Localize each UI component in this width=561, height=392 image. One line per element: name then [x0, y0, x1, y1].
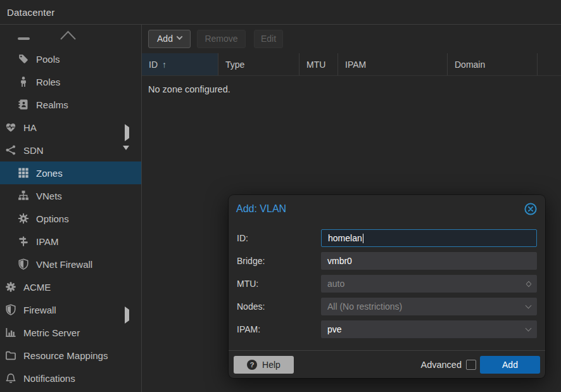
chevron-up-icon — [60, 30, 77, 41]
form-row-mtu: MTU: auto — [237, 275, 537, 293]
sidebar-item-ha[interactable]: HA — [0, 116, 141, 139]
sidebar-item-label: HA — [23, 122, 37, 133]
nodes-select-placeholder: All (No restrictions) — [327, 301, 402, 312]
column-label: IPAM — [345, 60, 366, 70]
add-button-label: Add — [157, 34, 173, 44]
shield-icon — [5, 304, 16, 315]
sidebar-item-label: Roles — [36, 77, 60, 87]
dialog-title: Add: VLAN — [236, 203, 286, 215]
dialog-footer: ? Help Advanced Add — [229, 350, 545, 378]
nodes-field-label: Nodes: — [237, 301, 321, 312]
chevron-right-icon[interactable] — [125, 127, 129, 138]
sidebar-item-label: VNets — [36, 191, 62, 201]
gear-icon — [18, 213, 29, 224]
network-nodes-icon — [5, 144, 16, 156]
sidebar-item-roles[interactable]: Roles — [0, 70, 141, 93]
sidebar-item-vnet-firewall[interactable]: VNet Firewall — [0, 253, 141, 275]
sitemap-icon — [18, 190, 29, 201]
bridge-field[interactable]: vmbr0 — [321, 252, 537, 270]
sidebar-item-label: ACME — [23, 282, 51, 293]
column-label: Domain — [455, 60, 485, 70]
ipam-field-label: IPAM: — [237, 324, 321, 334]
certificate-icon — [5, 281, 16, 293]
sidebar-item-notifications[interactable]: Notifications — [0, 367, 141, 389]
chevron-down-icon[interactable] — [526, 306, 531, 308]
add-button[interactable]: Add — [148, 30, 191, 48]
grid-icon — [18, 167, 29, 179]
remove-button[interactable]: Remove — [197, 30, 246, 48]
sidebar-item-realms[interactable]: Realms — [0, 93, 141, 116]
column-header-mtu[interactable]: MTU — [299, 53, 338, 75]
advanced-checkbox[interactable] — [466, 360, 476, 370]
edit-button-label: Edit — [261, 34, 276, 44]
shield-icon — [18, 258, 29, 270]
chevron-right-icon[interactable] — [125, 310, 129, 320]
sidebar-item-pools[interactable]: Pools — [0, 47, 141, 70]
sidebar-item-options[interactable]: Options — [0, 207, 141, 230]
sidebar-item-label: Realms — [36, 99, 68, 110]
edit-button[interactable]: Edit — [254, 30, 283, 48]
column-header-filler — [538, 53, 561, 75]
sidebar-item-label: Firewall — [23, 305, 56, 315]
close-icon[interactable] — [524, 202, 538, 216]
sidebar-item-ipam[interactable]: IPAM — [0, 230, 141, 253]
sidebar-item-label: IPAM — [36, 236, 59, 247]
sidebar-item-partial[interactable] — [0, 25, 141, 47]
folder-icon — [5, 350, 16, 361]
sidebar-item-label: Options — [36, 213, 69, 224]
address-book-icon — [18, 99, 29, 110]
spinner-stepper[interactable] — [527, 282, 531, 286]
add-vlan-dialog: Add: VLAN ID: homelan Bridge: vmbr0 MTU:… — [229, 195, 545, 378]
id-field-label: ID: — [237, 233, 321, 243]
zones-toolbar: Add Remove Edit — [142, 25, 561, 53]
chevron-down-icon — [177, 34, 183, 40]
ipam-select-value: pve — [327, 324, 342, 334]
mtu-field-placeholder: auto — [327, 279, 344, 289]
page-title: Datacenter — [7, 7, 54, 18]
sidebar-item-label: Metric Server — [23, 327, 80, 338]
dialog-header[interactable]: Add: VLAN — [229, 195, 545, 223]
add-submit-button[interactable]: Add — [480, 356, 540, 374]
mtu-field-label: MTU: — [237, 279, 321, 289]
remove-button-label: Remove — [205, 34, 237, 44]
sidebar: Pools Roles Realms HA SDN — [0, 25, 142, 392]
help-button[interactable]: ? Help — [234, 356, 294, 374]
form-row-bridge: Bridge: vmbr0 — [237, 252, 537, 270]
zones-table-header: ID ↑ Type MTU IPAM Domain — [142, 53, 561, 76]
sidebar-item-label: Notifications — [23, 373, 75, 384]
column-header-id[interactable]: ID ↑ — [142, 53, 218, 75]
user-icon — [18, 76, 29, 87]
ipam-select[interactable]: pve — [321, 320, 537, 338]
mtu-field[interactable]: auto — [321, 275, 537, 293]
text-cursor — [363, 234, 363, 243]
column-header-ipam[interactable]: IPAM — [338, 53, 448, 75]
column-label: Type — [225, 60, 244, 70]
top-bar: Datacenter — [0, 0, 561, 25]
table-empty-message: No zone configured. — [142, 76, 561, 103]
sidebar-item-zones[interactable]: Zones — [0, 161, 141, 184]
sidebar-item-firewall[interactable]: Firewall — [0, 298, 141, 321]
sidebar-item-acme[interactable]: ACME — [0, 275, 141, 298]
heartbeat-icon — [5, 122, 16, 133]
advanced-label: Advanced — [421, 360, 462, 370]
tag-icon — [18, 53, 29, 65]
sort-ascending-icon: ↑ — [162, 60, 167, 70]
question-circle-icon: ? — [247, 360, 257, 370]
form-row-ipam: IPAM: pve — [237, 320, 537, 338]
sidebar-item-vnets[interactable]: VNets — [0, 184, 141, 207]
chevron-down-icon[interactable] — [123, 150, 129, 161]
id-field[interactable]: homelan — [321, 229, 537, 247]
sidebar-item-sdn[interactable]: SDN — [0, 139, 141, 161]
sidebar-item-label: SDN — [23, 145, 44, 156]
chevron-down-icon[interactable] — [526, 329, 531, 331]
nodes-select[interactable]: All (No restrictions) — [321, 298, 537, 315]
column-header-type[interactable]: Type — [218, 53, 299, 75]
column-header-domain[interactable]: Domain — [448, 53, 538, 75]
help-button-label: Help — [262, 360, 280, 370]
form-row-id: ID: homelan — [237, 229, 537, 247]
column-label: MTU — [306, 60, 325, 70]
sidebar-item-resource-mappings[interactable]: Resource Mappings — [0, 344, 141, 367]
add-submit-label: Add — [502, 360, 518, 370]
sidebar-item-metric-server[interactable]: Metric Server — [0, 321, 141, 344]
form-row-nodes: Nodes: All (No restrictions) — [237, 298, 537, 315]
